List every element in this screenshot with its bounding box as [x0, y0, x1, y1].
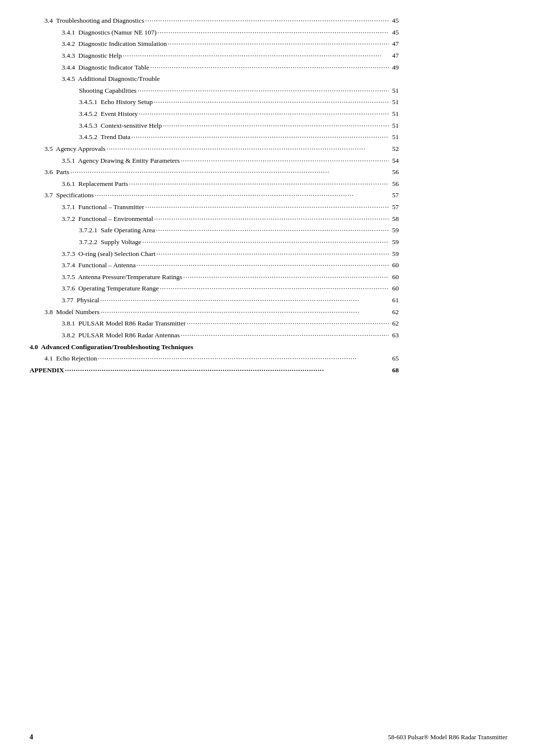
toc-page: 51	[389, 120, 399, 132]
toc-label: 3.4.1 Diagnostics (Namur NE 107)	[62, 27, 156, 38]
toc-label: 3.4.4 Diagnostic Indicator Table	[62, 62, 149, 73]
toc-label: 3.8.2 PULSAR Model R86 Radar Antennas	[62, 329, 180, 341]
toc-label: 3.7.1 Functional – Transmitter	[62, 201, 144, 213]
footer-page-number: 4	[30, 733, 33, 741]
toc-label: 3.6 Parts	[44, 166, 70, 178]
toc-dots: ........................................…	[180, 153, 389, 165]
toc-label: 3.77 Physical	[62, 294, 99, 306]
toc-entry: 3.8.2 PULSAR Model R86 Radar Antennas...…	[30, 329, 399, 341]
toc-dots: ........................................…	[136, 258, 389, 270]
toc-page: 45	[389, 15, 399, 27]
toc-dots: ........................................…	[130, 130, 389, 142]
toc-page: 68	[389, 364, 399, 376]
toc-page: 62	[389, 306, 399, 318]
toc-page: 60	[389, 283, 399, 294]
toc-page: 45	[389, 27, 399, 38]
toc-dots: ........................................…	[155, 247, 389, 258]
toc-page: 60	[389, 271, 399, 283]
toc-dots: ........................................…	[186, 316, 389, 328]
toc-label: 3.4 Troubleshooting and Diagnostics	[44, 15, 144, 27]
toc-dots: ........................................…	[64, 363, 389, 375]
toc-page: 47	[389, 38, 399, 50]
toc-page: 59	[389, 224, 399, 236]
toc-page: 57	[389, 189, 399, 201]
toc-dots: ........................................…	[180, 328, 389, 340]
toc-page: 51	[389, 85, 399, 97]
toc-dots: ........................................…	[137, 83, 389, 95]
toc-page: 58	[389, 213, 399, 225]
toc-entry: APPENDIX................................…	[30, 364, 399, 376]
toc-page: 57	[389, 201, 399, 213]
page: 3.4 Troubleshooting and Diagnostics.....…	[0, 0, 537, 756]
toc-label: 3.8.1 PULSAR Model R86 Radar Transmitter	[62, 318, 186, 329]
toc-page: 62	[389, 318, 399, 329]
toc-label: Shooting Capabilities	[79, 85, 137, 97]
footer: 4 58-603 Pulsar® Model R86 Radar Transmi…	[0, 733, 537, 741]
toc-dots: ........................................…	[167, 36, 389, 48]
toc-page: 51	[389, 131, 399, 143]
toc-page: 49	[389, 62, 399, 73]
toc-dots: ........................................…	[149, 60, 389, 72]
toc-dots: ........................................…	[144, 13, 389, 25]
toc-dots: ........................................…	[100, 305, 389, 317]
toc-label: 3.7.2 Functional – Environmental	[62, 213, 153, 225]
footer-document-title: 58-603 Pulsar® Model R86 Radar Transmitt…	[388, 733, 507, 741]
toc-page: 52	[389, 143, 399, 155]
toc-page: 65	[389, 353, 399, 364]
toc-label: 3.8 Model Numbers	[44, 306, 100, 318]
toc-dots: ........................................…	[138, 107, 389, 118]
toc-page: 47	[389, 50, 399, 62]
toc-entry: 3.4.4 Diagnostic Indicator Table........…	[30, 62, 399, 73]
toc-dots: ........................................…	[94, 188, 389, 200]
toc-content: 3.4 Troubleshooting and Diagnostics.....…	[30, 15, 399, 376]
toc-dots: ........................................…	[144, 200, 389, 212]
toc-page: 56	[389, 166, 399, 178]
toc-label: 3.4.3 Diagnostic Help	[62, 50, 122, 62]
toc-page: 59	[389, 236, 399, 248]
toc-page: 59	[389, 248, 399, 260]
toc-dots: ........................................…	[70, 165, 389, 177]
toc-dots: ........................................…	[141, 235, 389, 247]
toc-dots: ........................................…	[122, 48, 389, 60]
toc-dots: ........................................…	[99, 293, 389, 305]
toc-dots: ........................................…	[182, 270, 389, 282]
toc-dots: ........................................…	[97, 351, 389, 363]
toc-dots: ........................................…	[128, 177, 389, 188]
toc-label: 3.7.4 Functional – Antenna	[62, 259, 136, 271]
toc-dots: ........................................…	[153, 95, 389, 107]
toc-dots: ........................................…	[106, 142, 389, 153]
toc-dots: ........................................…	[162, 118, 389, 130]
toc-label: 3.4.5.2 Event History	[79, 108, 138, 120]
toc-dots: ........................................…	[153, 212, 389, 223]
toc-page: 51	[389, 108, 399, 120]
toc-label: 3.7 Specifications	[44, 189, 94, 201]
toc-page: 63	[389, 329, 399, 341]
toc-page: 60	[389, 259, 399, 271]
toc-dots: ........................................…	[155, 223, 389, 235]
toc-page: 51	[389, 96, 399, 108]
toc-label: 3.5 Agency Approvals	[44, 143, 106, 155]
toc-dots: ........................................…	[156, 25, 389, 37]
toc-label: APPENDIX	[30, 364, 64, 376]
toc-label: 3.7.2.2 Supply Voltage	[79, 236, 141, 248]
toc-dots: ........................................…	[159, 281, 389, 293]
toc-page: 54	[389, 155, 399, 167]
toc-page: 56	[389, 178, 399, 190]
toc-page: 61	[389, 294, 399, 306]
